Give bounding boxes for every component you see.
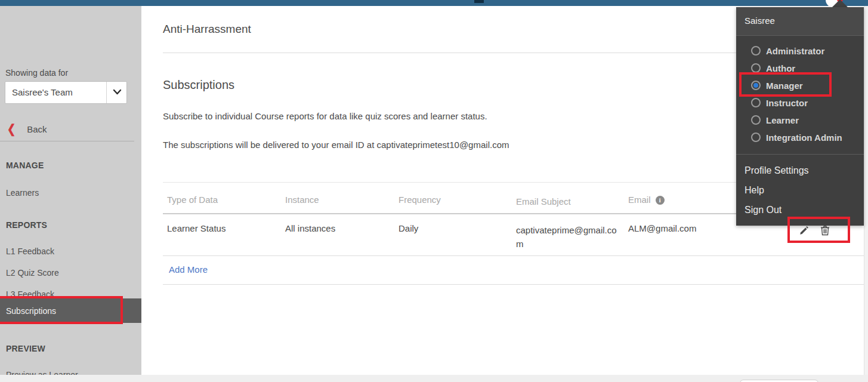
sign-out-link[interactable]: Sign Out [745, 205, 781, 215]
profile-settings-link[interactable]: Profile Settings [745, 165, 809, 176]
sidebar-item-l2-quiz-score[interactable]: L2 Quiz Score [0, 264, 141, 282]
description-line-2: The subscriptions will be delivered to y… [163, 140, 509, 150]
chevron-left-icon: ❮ [7, 122, 16, 137]
column-email-label: Email [628, 195, 651, 205]
cell-instance: All instances [285, 223, 335, 233]
sidebar-item-subscriptions[interactable]: Subscriptions [0, 298, 141, 323]
sidebar-section-reports: REPORTS [6, 220, 47, 230]
section-title: Subscriptions [163, 78, 234, 92]
user-menu-header: Saisree [736, 7, 864, 36]
radio-selected-icon[interactable] [751, 81, 761, 90]
sidebar-item-learners[interactable]: Learners [0, 184, 141, 202]
role-option-manager[interactable]: Manager [736, 78, 864, 95]
cell-email-subject: captivateprime@gmail.com [516, 223, 619, 251]
role-option-learner[interactable]: Learner [736, 112, 864, 130]
row-actions [799, 225, 831, 236]
sidebar: Showing data for Saisree's Team ❮Back MA… [0, 6, 141, 375]
radio-icon[interactable] [751, 46, 761, 56]
cell-frequency: Daily [399, 223, 418, 233]
add-more-link[interactable]: Add More [169, 264, 208, 275]
sidebar-item-l1-feedback[interactable]: L1 Feedback [0, 243, 141, 261]
team-selector-value: Saisree's Team [12, 87, 73, 97]
column-instance: Instance [285, 195, 319, 205]
role-label: Instructor [766, 98, 808, 108]
role-option-instructor[interactable]: Instructor [736, 95, 864, 112]
page-title: Anti-Harrassment [163, 23, 251, 36]
radio-icon[interactable] [751, 63, 761, 73]
menu-divider [736, 154, 864, 155]
description-line-1: Subscribe to individual Course reports f… [163, 111, 487, 121]
chevron-down-icon [113, 89, 122, 95]
cell-email: ALM@gmail.com [628, 223, 696, 233]
role-label: Learner [766, 115, 799, 125]
column-email-subject: Email Subject [516, 195, 619, 208]
radio-icon[interactable] [751, 98, 761, 107]
sidebar-section-preview: PREVIEW [6, 344, 45, 353]
column-type-of-data: Type of Data [167, 195, 218, 205]
role-list: Administrator Author Manager Instructor … [736, 43, 864, 147]
radio-icon[interactable] [751, 133, 761, 142]
column-frequency: Frequency [399, 195, 441, 205]
top-bar-notch [474, 0, 484, 3]
bottom-strip [0, 375, 868, 382]
username-label: Saisree [745, 16, 775, 26]
user-menu-dropdown: Saisree Administrator Author Manager Ins… [736, 7, 864, 226]
cell-type-of-data: Learner Status [167, 223, 226, 233]
team-selector-divider [106, 82, 107, 103]
team-selector-dropdown[interactable]: Saisree's Team [5, 81, 127, 104]
radio-icon[interactable] [751, 115, 761, 125]
role-label: Administrator [766, 46, 824, 56]
role-option-administrator[interactable]: Administrator [736, 43, 864, 60]
back-button[interactable]: ❮Back [7, 123, 47, 135]
role-option-integration-admin[interactable]: Integration Admin [736, 130, 864, 147]
sidebar-divider [0, 141, 134, 141]
role-label: Author [766, 63, 795, 73]
edit-pencil-icon[interactable] [799, 225, 810, 236]
column-email: Emaili [628, 195, 665, 205]
add-more-row: Add More [163, 256, 864, 285]
role-option-author[interactable]: Author [736, 60, 864, 78]
app-window: Showing data for Saisree's Team ❮Back MA… [0, 0, 868, 382]
sidebar-section-manage: MANAGE [6, 161, 44, 170]
delete-trash-icon[interactable] [820, 225, 831, 236]
vertical-scrollbar[interactable] [864, 6, 868, 382]
bottom-peek-button[interactable] [740, 380, 818, 382]
back-label: Back [27, 124, 47, 134]
role-label: Manager [766, 81, 803, 91]
role-label: Integration Admin [766, 133, 842, 143]
top-bar [0, 0, 868, 6]
help-link[interactable]: Help [745, 185, 764, 196]
showing-data-for-label: Showing data for [5, 68, 68, 78]
info-icon[interactable]: i [656, 196, 665, 205]
